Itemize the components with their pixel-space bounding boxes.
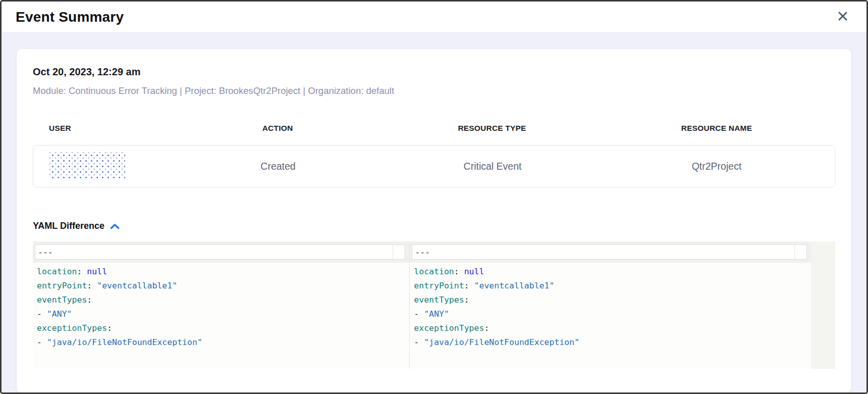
action-cell: Created: [170, 161, 387, 172]
yaml-diff-viewer: --- location: nullentryPoint: "eventcall…: [33, 241, 835, 369]
event-card: Oct 20, 2023, 12:29 am Module: Continuou…: [17, 49, 851, 392]
user-cell: [33, 152, 170, 181]
diff-right-marker-row: ---: [410, 241, 811, 263]
user-redacted-pattern: [49, 152, 125, 178]
column-header-resource-name: RESOURCE NAME: [598, 124, 835, 133]
diff-right-code: location: nullentryPoint: "eventcallable…: [410, 263, 811, 356]
event-summary-modal: Event Summary Oct 20, 2023, 12:29 am Mod…: [0, 0, 868, 394]
column-header-action: ACTION: [169, 124, 386, 133]
document-start-marker: ---: [412, 248, 794, 257]
yaml-difference-label: YAML Difference: [33, 221, 104, 231]
resource-type-cell: Critical Event: [387, 161, 599, 172]
diff-right-content: --- location: nullentryPoint: "eventcall…: [410, 241, 811, 369]
table-header: USER ACTION RESOURCE TYPE RESOURCE NAME: [33, 124, 835, 133]
diff-left-code: location: nullentryPoint: "eventcallable…: [33, 263, 409, 356]
yaml-line: location: null: [33, 265, 409, 279]
yaml-line: - "java/io/FileNotFoundException": [410, 335, 811, 350]
yaml-line: - "ANY": [410, 307, 811, 321]
marker-end-cell: [393, 245, 405, 259]
close-button[interactable]: [834, 9, 851, 26]
diff-right-marker-box: ---: [412, 244, 807, 260]
diff-pane-right[interactable]: --- location: nullentryPoint: "eventcall…: [410, 241, 835, 369]
yaml-line: - "ANY": [33, 307, 409, 321]
yaml-line: eventTypes:: [410, 293, 811, 307]
diff-left-marker-box: ---: [35, 244, 405, 260]
modal-body: Oct 20, 2023, 12:29 am Module: Continuou…: [2, 33, 866, 392]
diff-left-marker-row: ---: [33, 241, 409, 263]
yaml-line: eventTypes:: [33, 293, 409, 307]
modal-titlebar: Event Summary: [2, 2, 866, 33]
document-start-marker: ---: [35, 248, 393, 257]
yaml-line: exceptionTypes:: [33, 321, 409, 335]
event-timestamp: Oct 20, 2023, 12:29 am: [33, 66, 835, 78]
yaml-line: entryPoint: "eventcallable1": [410, 279, 811, 293]
yaml-line: entryPoint: "eventcallable1": [33, 279, 409, 293]
column-header-user: USER: [33, 124, 169, 133]
table-row: Created Critical Event Qtr2Project: [33, 145, 835, 187]
marker-end-cell: [794, 245, 806, 259]
close-icon: [837, 11, 848, 23]
resource-name-cell: Qtr2Project: [599, 161, 835, 172]
yaml-difference-toggle[interactable]: YAML Difference: [33, 221, 120, 231]
modal-title: Event Summary: [16, 9, 124, 25]
chevron-up-icon[interactable]: [110, 222, 120, 230]
event-meta: Module: Continuous Error Tracking | Proj…: [33, 85, 835, 96]
yaml-line: - "java/io/FileNotFoundException": [33, 335, 409, 350]
yaml-line: exceptionTypes:: [410, 321, 811, 335]
yaml-line: location: null: [410, 265, 811, 279]
column-header-resource-type: RESOURCE TYPE: [386, 124, 598, 133]
diff-scrollbar-track[interactable]: [811, 241, 835, 369]
diff-pane-left[interactable]: --- location: nullentryPoint: "eventcall…: [33, 241, 410, 369]
